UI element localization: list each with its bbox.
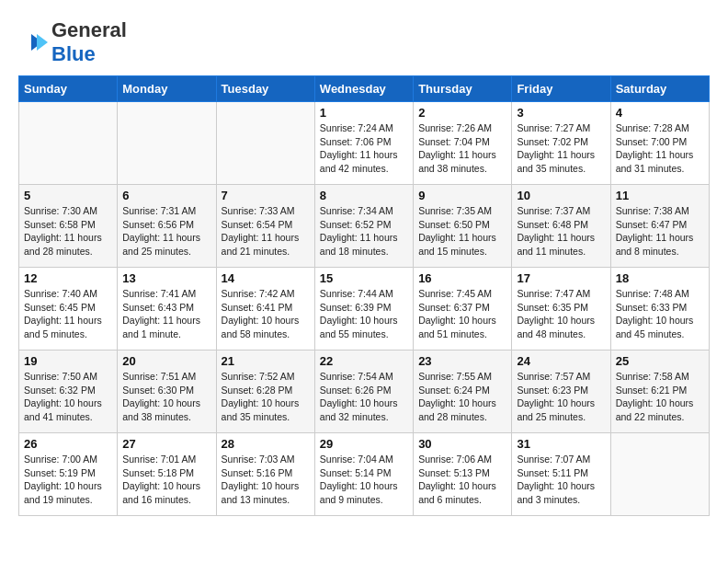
cell-info: Sunrise: 7:27 AM Sunset: 7:02 PM Dayligh…	[517, 121, 605, 176]
day-number: 20	[122, 354, 210, 368]
logo: General Blue	[18, 18, 127, 66]
day-cell-31: 31Sunrise: 7:07 AM Sunset: 5:11 PM Dayli…	[512, 433, 610, 516]
day-number: 24	[517, 354, 605, 368]
day-number: 21	[222, 354, 310, 368]
day-number: 30	[418, 437, 506, 451]
cell-info: Sunrise: 7:04 AM Sunset: 5:14 PM Dayligh…	[320, 453, 408, 507]
day-number: 1	[320, 106, 408, 120]
col-header-saturday: Saturday	[610, 76, 709, 102]
empty-cell	[610, 433, 709, 516]
day-number: 16	[418, 271, 506, 285]
day-number: 19	[24, 354, 112, 368]
day-number: 23	[418, 354, 506, 368]
cell-info: Sunrise: 7:55 AM Sunset: 6:24 PM Dayligh…	[418, 370, 506, 424]
cell-info: Sunrise: 7:24 AM Sunset: 7:06 PM Dayligh…	[320, 121, 408, 176]
cell-info: Sunrise: 7:31 AM Sunset: 6:56 PM Dayligh…	[122, 204, 210, 259]
day-number: 13	[122, 271, 210, 285]
col-header-thursday: Thursday	[414, 76, 512, 102]
day-cell-15: 15Sunrise: 7:44 AM Sunset: 6:39 PM Dayli…	[314, 268, 413, 350]
day-number: 17	[517, 271, 605, 285]
day-cell-5: 5Sunrise: 7:30 AM Sunset: 6:58 PM Daylig…	[19, 185, 118, 268]
day-cell-16: 16Sunrise: 7:45 AM Sunset: 6:37 PM Dayli…	[414, 268, 512, 350]
calendar-header-row: SundayMondayTuesdayWednesdayThursdayFrid…	[19, 76, 710, 102]
day-cell-17: 17Sunrise: 7:47 AM Sunset: 6:35 PM Dayli…	[512, 268, 610, 350]
col-header-sunday: Sunday	[19, 76, 118, 102]
day-cell-19: 19Sunrise: 7:50 AM Sunset: 6:32 PM Dayli…	[19, 350, 118, 433]
col-header-friday: Friday	[512, 76, 610, 102]
day-cell-9: 9Sunrise: 7:35 AM Sunset: 6:50 PM Daylig…	[414, 185, 512, 268]
day-cell-13: 13Sunrise: 7:41 AM Sunset: 6:43 PM Dayli…	[118, 268, 216, 350]
cell-info: Sunrise: 7:26 AM Sunset: 7:04 PM Dayligh…	[418, 121, 506, 176]
cell-info: Sunrise: 7:48 AM Sunset: 6:33 PM Dayligh…	[616, 287, 704, 341]
cell-info: Sunrise: 7:44 AM Sunset: 6:39 PM Dayligh…	[320, 287, 408, 341]
cell-info: Sunrise: 7:01 AM Sunset: 5:18 PM Dayligh…	[122, 453, 210, 507]
day-number: 29	[320, 437, 408, 451]
day-cell-20: 20Sunrise: 7:51 AM Sunset: 6:30 PM Dayli…	[118, 350, 216, 433]
logo-icon	[18, 32, 48, 52]
day-number: 7	[222, 189, 310, 202]
day-cell-26: 26Sunrise: 7:00 AM Sunset: 5:19 PM Dayli…	[19, 433, 118, 516]
day-number: 27	[122, 437, 210, 451]
svg-marker-2	[37, 34, 48, 51]
day-number: 14	[222, 271, 310, 285]
cell-info: Sunrise: 7:07 AM Sunset: 5:11 PM Dayligh…	[517, 453, 605, 507]
cell-info: Sunrise: 7:00 AM Sunset: 5:19 PM Dayligh…	[24, 453, 112, 507]
day-cell-4: 4Sunrise: 7:28 AM Sunset: 7:00 PM Daylig…	[610, 102, 709, 185]
week-row-5: 26Sunrise: 7:00 AM Sunset: 5:19 PM Dayli…	[19, 433, 710, 516]
cell-info: Sunrise: 7:33 AM Sunset: 6:54 PM Dayligh…	[222, 204, 310, 259]
empty-cell	[216, 102, 314, 185]
day-cell-24: 24Sunrise: 7:57 AM Sunset: 6:23 PM Dayli…	[512, 350, 610, 433]
day-number: 15	[320, 271, 408, 285]
col-header-tuesday: Tuesday	[216, 76, 314, 102]
day-number: 25	[616, 354, 704, 368]
day-cell-23: 23Sunrise: 7:55 AM Sunset: 6:24 PM Dayli…	[414, 350, 512, 433]
day-cell-14: 14Sunrise: 7:42 AM Sunset: 6:41 PM Dayli…	[216, 268, 314, 350]
day-cell-12: 12Sunrise: 7:40 AM Sunset: 6:45 PM Dayli…	[19, 268, 118, 350]
empty-cell	[118, 102, 216, 185]
day-number: 26	[24, 437, 112, 451]
week-row-3: 12Sunrise: 7:40 AM Sunset: 6:45 PM Dayli…	[19, 268, 710, 350]
cell-info: Sunrise: 7:50 AM Sunset: 6:32 PM Dayligh…	[24, 370, 112, 424]
cell-info: Sunrise: 7:34 AM Sunset: 6:52 PM Dayligh…	[320, 204, 408, 259]
day-number: 8	[320, 189, 408, 202]
col-header-monday: Monday	[118, 76, 216, 102]
cell-info: Sunrise: 7:38 AM Sunset: 6:47 PM Dayligh…	[616, 204, 704, 259]
cell-info: Sunrise: 7:54 AM Sunset: 6:26 PM Dayligh…	[320, 370, 408, 424]
day-number: 3	[517, 106, 605, 120]
day-number: 5	[24, 189, 112, 202]
day-number: 6	[122, 189, 210, 202]
cell-info: Sunrise: 7:57 AM Sunset: 6:23 PM Dayligh…	[517, 370, 605, 424]
cell-info: Sunrise: 7:28 AM Sunset: 7:00 PM Dayligh…	[616, 121, 704, 176]
day-number: 10	[517, 189, 605, 202]
day-number: 31	[517, 437, 605, 451]
day-number: 18	[616, 271, 704, 285]
week-row-4: 19Sunrise: 7:50 AM Sunset: 6:32 PM Dayli…	[19, 350, 710, 433]
cell-info: Sunrise: 7:03 AM Sunset: 5:16 PM Dayligh…	[222, 453, 310, 507]
day-cell-10: 10Sunrise: 7:37 AM Sunset: 6:48 PM Dayli…	[512, 185, 610, 268]
day-cell-28: 28Sunrise: 7:03 AM Sunset: 5:16 PM Dayli…	[216, 433, 314, 516]
day-number: 11	[616, 189, 704, 202]
page-header: General Blue	[18, 18, 710, 66]
day-cell-3: 3Sunrise: 7:27 AM Sunset: 7:02 PM Daylig…	[512, 102, 610, 185]
day-cell-1: 1Sunrise: 7:24 AM Sunset: 7:06 PM Daylig…	[314, 102, 413, 185]
cell-info: Sunrise: 7:35 AM Sunset: 6:50 PM Dayligh…	[418, 204, 506, 259]
day-number: 22	[320, 354, 408, 368]
day-cell-25: 25Sunrise: 7:58 AM Sunset: 6:21 PM Dayli…	[610, 350, 709, 433]
day-cell-30: 30Sunrise: 7:06 AM Sunset: 5:13 PM Dayli…	[414, 433, 512, 516]
day-cell-8: 8Sunrise: 7:34 AM Sunset: 6:52 PM Daylig…	[314, 185, 413, 268]
cell-info: Sunrise: 7:42 AM Sunset: 6:41 PM Dayligh…	[222, 287, 310, 341]
week-row-2: 5Sunrise: 7:30 AM Sunset: 6:58 PM Daylig…	[19, 185, 710, 268]
cell-info: Sunrise: 7:30 AM Sunset: 6:58 PM Dayligh…	[24, 204, 112, 259]
day-cell-2: 2Sunrise: 7:26 AM Sunset: 7:04 PM Daylig…	[414, 102, 512, 185]
cell-info: Sunrise: 7:52 AM Sunset: 6:28 PM Dayligh…	[222, 370, 310, 424]
day-number: 4	[616, 106, 704, 120]
day-cell-22: 22Sunrise: 7:54 AM Sunset: 6:26 PM Dayli…	[314, 350, 413, 433]
calendar-table: SundayMondayTuesdayWednesdayThursdayFrid…	[18, 75, 710, 516]
cell-info: Sunrise: 7:37 AM Sunset: 6:48 PM Dayligh…	[517, 204, 605, 259]
day-cell-27: 27Sunrise: 7:01 AM Sunset: 5:18 PM Dayli…	[118, 433, 216, 516]
day-cell-21: 21Sunrise: 7:52 AM Sunset: 6:28 PM Dayli…	[216, 350, 314, 433]
cell-info: Sunrise: 7:06 AM Sunset: 5:13 PM Dayligh…	[418, 453, 506, 507]
day-number: 12	[24, 271, 112, 285]
cell-info: Sunrise: 7:58 AM Sunset: 6:21 PM Dayligh…	[616, 370, 704, 424]
logo-text: General Blue	[51, 18, 127, 66]
